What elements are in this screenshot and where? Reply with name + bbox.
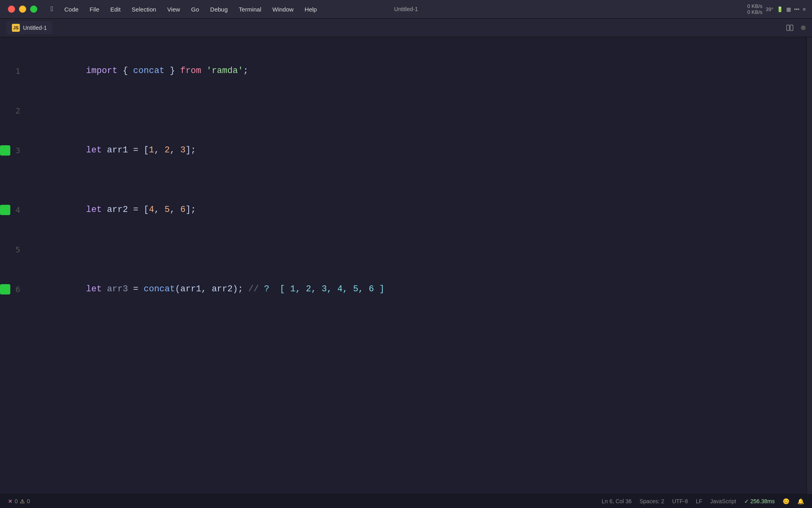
breakpoint-4[interactable] xyxy=(0,205,10,215)
traffic-lights xyxy=(0,6,45,13)
menu-edit[interactable]: Edit xyxy=(105,0,126,18)
code-line-2: 2 xyxy=(0,101,806,121)
tabbar: JS Untitled-1 xyxy=(0,19,812,37)
gutter-3: 3 xyxy=(0,140,22,160)
code-line-6: 6 let arr3 = concat(arr1, arr2); // ? [ … xyxy=(0,260,806,319)
menu-debug[interactable]: Debug xyxy=(205,0,233,18)
menu-window[interactable]: Window xyxy=(267,0,299,18)
svg-rect-0 xyxy=(787,25,789,31)
code-line-4: 4 let arr2 = [4, 5, 6]; xyxy=(0,180,806,240)
comment-value: [ 1, 2, 3, 4, 5, 6 ] xyxy=(280,284,385,294)
tabbar-right xyxy=(784,22,806,33)
editor-scrollbar[interactable] xyxy=(806,37,812,494)
maximize-button[interactable] xyxy=(30,6,37,13)
code-line-5: 5 xyxy=(0,240,806,260)
statusbar-right: Ln 6, Col 36 Spaces: 2 UTF-8 LF JavaScri… xyxy=(601,498,804,504)
line-number-5: 5 xyxy=(10,240,22,260)
breakpoint-3[interactable] xyxy=(0,145,10,156)
spaces-text: Spaces: 2 xyxy=(640,498,664,504)
menubar:  Code File Edit Selection View Go Debug… xyxy=(45,0,322,18)
menu-go[interactable]: Go xyxy=(186,0,205,18)
warning-icon: ⚠ xyxy=(20,498,25,504)
close-button[interactable] xyxy=(8,6,15,13)
comment-question: ? xyxy=(264,284,269,294)
cursor-pos-text: Ln 6, Col 36 xyxy=(601,498,632,504)
encoding[interactable]: UTF-8 xyxy=(672,498,688,504)
gutter-1: 1 xyxy=(0,61,22,81)
wifi-icon: ▦ xyxy=(786,6,791,12)
language-text: JavaScript xyxy=(710,498,736,504)
menu-view[interactable]: View xyxy=(162,0,186,18)
editor-tab[interactable]: JS Untitled-1 xyxy=(6,21,52,34)
split-editor-icon[interactable] xyxy=(784,22,795,33)
minimize-button[interactable] xyxy=(19,6,26,13)
timing[interactable]: ✓ 256.38ms xyxy=(744,498,775,504)
editor-main[interactable]: 1 import { concat } from 'ramda'; 2 3 xyxy=(0,37,806,494)
keyword-let-4: let xyxy=(86,205,102,215)
line-number-6: 6 xyxy=(10,279,22,299)
keyword-let-6: let xyxy=(86,284,102,294)
tab-title: Untitled-1 xyxy=(23,25,47,31)
eol-text: LF xyxy=(696,498,702,504)
battery-icon: 🔋 xyxy=(777,6,783,12)
eol[interactable]: LF xyxy=(696,498,702,504)
editor-container: 1 import { concat } from 'ramda'; 2 3 xyxy=(0,37,812,494)
error-number: 0 xyxy=(15,498,18,504)
keyword-import: import xyxy=(86,66,117,76)
gutter-2: 2 xyxy=(0,101,22,121)
keyword-from: from xyxy=(180,66,201,76)
temperature: 39° xyxy=(766,6,774,12)
list-icon[interactable]: ≡ xyxy=(802,6,806,12)
identifier-concat-6: concat xyxy=(144,284,175,294)
gutter-4: 4 xyxy=(0,200,22,220)
apple-menu[interactable]:  xyxy=(45,0,59,18)
emoji-icon[interactable]: 😊 xyxy=(783,498,789,504)
language-mode[interactable]: JavaScript xyxy=(710,498,736,504)
js-badge: JS xyxy=(12,24,20,32)
code-editor[interactable]: 1 import { concat } from 'ramda'; 2 3 xyxy=(0,37,806,323)
line-number-2: 2 xyxy=(10,101,22,121)
identifier-concat: concat xyxy=(133,66,165,76)
code-content-1: import { concat } from 'ramda'; xyxy=(22,41,806,101)
bell-icon[interactable]: 🔔 xyxy=(797,498,804,504)
cursor-position[interactable]: Ln 6, Col 36 xyxy=(601,498,632,504)
encoding-text: UTF-8 xyxy=(672,498,688,504)
menu-code[interactable]: Code xyxy=(59,0,84,18)
line-number-4: 4 xyxy=(10,200,22,220)
gutter-6: 6 xyxy=(0,279,22,299)
statusbar-left: ✕ 0 ⚠ 0 xyxy=(8,498,30,504)
warning-number: 0 xyxy=(27,498,30,504)
code-content-4: let arr2 = [4, 5, 6]; xyxy=(22,180,806,240)
line-number-3: 3 xyxy=(10,140,22,160)
window-title: Untitled-1 xyxy=(394,6,418,12)
comment-slashes: // xyxy=(248,284,259,294)
titlebar-right: 0 KB/s0 KB/s 39° 🔋 ▦ ••• ≡ xyxy=(747,3,812,15)
line-number-1: 1 xyxy=(10,61,22,81)
more-icon[interactable]: ••• xyxy=(794,6,800,12)
code-line-1: 1 import { concat } from 'ramda'; xyxy=(0,41,806,101)
error-icon: ✕ xyxy=(8,498,13,504)
gutter-5: 5 xyxy=(0,240,22,260)
indentation[interactable]: Spaces: 2 xyxy=(640,498,664,504)
code-line-3: 3 let arr1 = [1, 2, 3]; xyxy=(0,121,806,180)
code-content-6: let arr3 = concat(arr1, arr2); // ? [ 1,… xyxy=(22,260,806,319)
menu-help[interactable]: Help xyxy=(299,0,322,18)
statusbar: ✕ 0 ⚠ 0 Ln 6, Col 36 Spaces: 2 UTF-8 LF … xyxy=(0,494,812,508)
string-ramda: 'ramda' xyxy=(207,66,243,76)
titlebar:  Code File Edit Selection View Go Debug… xyxy=(0,0,812,19)
keyword-let-3: let xyxy=(86,145,102,155)
svg-rect-1 xyxy=(790,25,793,31)
breakpoint-6[interactable] xyxy=(0,284,10,294)
network-stats: 0 KB/s0 KB/s xyxy=(747,3,762,15)
code-content-3: let arr1 = [1, 2, 3]; xyxy=(22,121,806,180)
error-count[interactable]: ✕ 0 ⚠ 0 xyxy=(8,498,30,504)
unsaved-indicator xyxy=(801,25,806,30)
menu-terminal[interactable]: Terminal xyxy=(233,0,267,18)
check-icon: ✓ 256.38ms xyxy=(744,498,775,504)
menu-selection[interactable]: Selection xyxy=(126,0,162,18)
menu-file[interactable]: File xyxy=(84,0,105,18)
